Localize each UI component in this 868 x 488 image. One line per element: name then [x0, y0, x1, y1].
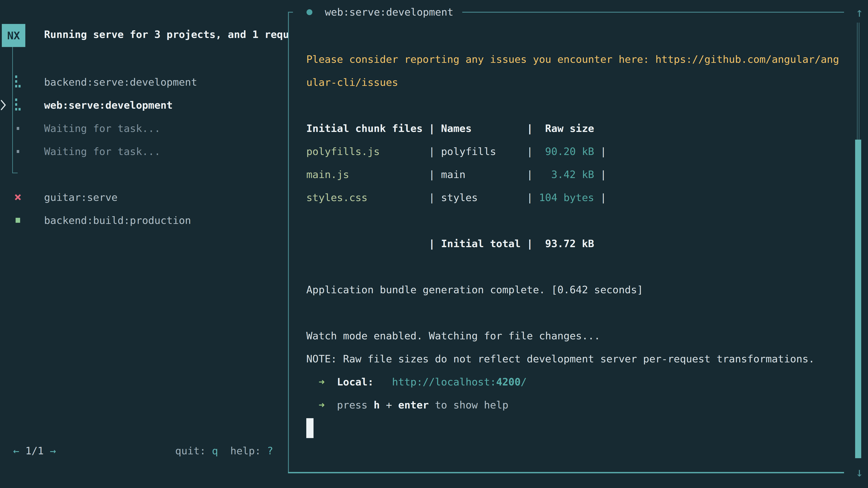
page-prev-arrow[interactable]: ← — [13, 445, 19, 457]
total-sep: | — [521, 238, 539, 250]
chunk-name: | main | — [349, 168, 539, 181]
local-gap2 — [374, 376, 392, 388]
chunk-table-row: styles.css | styles | 104 bytes | — [306, 186, 607, 209]
quit-key: q — [212, 445, 218, 457]
chunk-name: | styles | — [368, 192, 539, 203]
help-key-h: h — [374, 399, 380, 411]
task-label: Waiting for task... — [44, 117, 160, 140]
chunk-row-tail: | — [594, 168, 606, 181]
success-square-icon — [13, 209, 23, 232]
arrow-right-icon: ➜ — [318, 376, 324, 388]
task-row[interactable]: Waiting for task... — [0, 117, 287, 140]
issue-notice-line2: ular-cli/issues — [306, 71, 398, 94]
terminal-cursor — [306, 418, 313, 438]
task-label: backend:serve:development — [44, 70, 197, 94]
waiting-dot-icon — [13, 117, 23, 140]
panel-border-left — [288, 12, 289, 473]
chunk-row-tail: | — [594, 192, 606, 203]
spinner-icon — [13, 70, 23, 94]
local-lead — [306, 376, 318, 388]
shortcut-hints: quit: q help: ? — [175, 439, 273, 462]
nx-logo: NX — [2, 24, 25, 47]
app-title: Running serve for 3 projects, and 1 requ — [44, 23, 289, 46]
spinner-icon — [13, 94, 23, 117]
task-tree-corner — [12, 173, 18, 173]
task-row-selected[interactable]: web:serve:development — [0, 94, 287, 117]
waiting-dot-icon — [13, 140, 23, 163]
chunk-table-row: polyfills.js | polyfills | 90.20 kB | — [306, 140, 607, 163]
scroll-up-arrow-icon[interactable]: ↑ — [851, 2, 868, 23]
local-gap — [324, 376, 337, 388]
chunk-table-total-row: | Initial total | 93.72 kB — [306, 232, 594, 255]
task-label: backend:build:production — [44, 209, 191, 232]
nx-logo-text: NX — [7, 29, 20, 42]
chunk-table-row: main.js | main | 3.42 kB | — [306, 163, 607, 186]
chunk-name: | polyfills | — [380, 145, 539, 158]
scrollbar-thumb[interactable] — [855, 140, 861, 458]
panel-border-top — [462, 12, 844, 13]
help-label: help: — [230, 445, 267, 457]
task-label: Waiting for task... — [44, 140, 160, 163]
shortcut-spacer — [218, 445, 230, 457]
bundle-complete-line: Application bundle generation complete. … — [306, 278, 643, 301]
help-gap — [324, 399, 337, 411]
running-bullet-icon — [307, 9, 312, 15]
scrollbar-track[interactable] — [857, 23, 860, 140]
local-label: Local: — [337, 376, 374, 388]
help-key: ? — [267, 445, 273, 457]
task-pagination: ← 1/1 → — [13, 439, 56, 462]
total-value: 93.72 kB — [539, 238, 594, 250]
local-url-line: ➜ Local: http://localhost:4200/ — [306, 370, 527, 393]
arrow-right-icon: ➜ — [318, 399, 324, 411]
panel-title: web:serve:development — [325, 0, 454, 24]
task-row[interactable]: guitar:serve — [0, 186, 287, 209]
watch-mode-line: Watch mode enabled. Watching for file ch… — [306, 324, 600, 347]
help-post: to show help — [429, 399, 508, 411]
chevron-right-icon — [0, 100, 6, 110]
task-label: guitar:serve — [44, 186, 118, 209]
help-plus: + — [380, 399, 398, 411]
chunk-size: 3.42 kB — [539, 168, 594, 181]
nx-terminal-ui: NX Running serve for 3 projects, and 1 r… — [0, 0, 868, 488]
help-hint-line: ➜ press h + enter to show help — [306, 393, 508, 416]
chunk-table-header: Initial chunk files | Names | Raw size — [306, 117, 594, 140]
page-indicator: 1/1 — [19, 445, 50, 457]
total-lead: | — [306, 238, 441, 250]
quit-label: quit: — [175, 445, 212, 457]
help-key-enter: enter — [398, 399, 429, 411]
chunk-file: polyfills.js — [306, 145, 380, 158]
chunk-file: main.js — [306, 168, 349, 181]
page-next-arrow[interactable]: → — [50, 445, 56, 457]
issue-notice-line1: Please consider reporting any issues you… — [306, 48, 839, 71]
help-pre: press — [337, 399, 374, 411]
local-url[interactable]: http://localhost:4200/ — [392, 376, 527, 388]
total-label: Initial total — [441, 238, 521, 250]
scroll-down-arrow-icon[interactable]: ↓ — [851, 462, 868, 482]
task-row[interactable]: backend:build:production — [0, 209, 287, 232]
panel-border-bottom — [288, 472, 844, 473]
chunk-size: 90.20 kB — [539, 145, 594, 158]
task-row[interactable]: Waiting for task... — [0, 140, 287, 163]
chunk-size: 104 bytes — [539, 192, 594, 203]
help-lead — [306, 399, 318, 411]
error-x-icon — [13, 186, 23, 209]
chunk-file: styles.css — [306, 192, 368, 203]
url-port: 4200 — [496, 376, 521, 388]
url-suffix: / — [521, 376, 527, 388]
chunk-row-tail: | — [594, 145, 606, 158]
task-row[interactable]: backend:serve:development — [0, 70, 287, 94]
task-label: web:serve:development — [44, 94, 173, 117]
url-prefix: http://localhost: — [392, 376, 496, 388]
note-line: NOTE: Raw file sizes do not reflect deve… — [306, 347, 815, 370]
